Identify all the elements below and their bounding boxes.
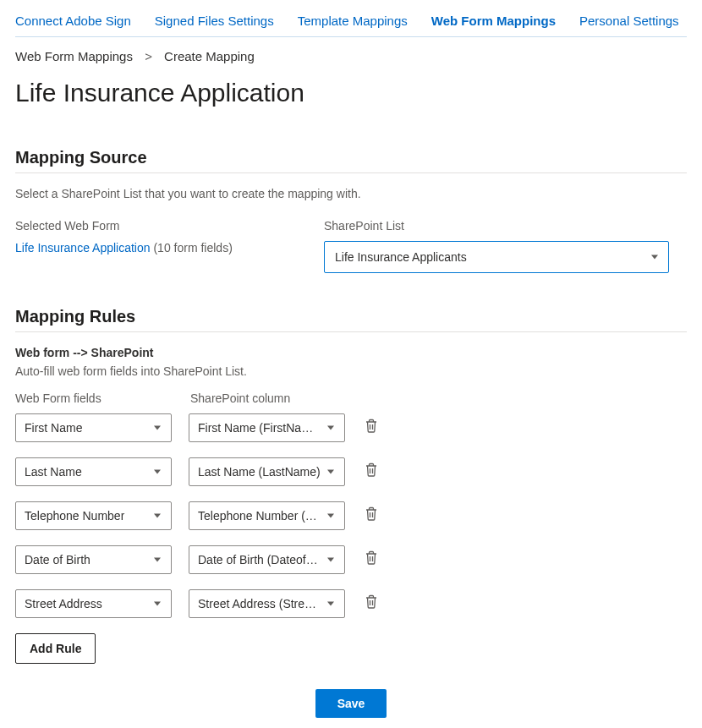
trash-icon (365, 594, 378, 613)
delete-rule-button[interactable] (362, 419, 381, 437)
chevron-down-icon (327, 558, 334, 562)
chevron-down-icon (154, 514, 161, 518)
breadcrumb: Web Form Mappings > Create Mapping (15, 49, 687, 63)
web-form-field-select[interactable]: Date of Birth (15, 545, 172, 574)
trash-icon (365, 419, 378, 437)
web-form-field-value: Telephone Number (25, 509, 124, 523)
sharepoint-column-value: Date of Birth (DateofBirth) (198, 553, 321, 567)
tab-connect-adobe-sign[interactable]: Connect Adobe Sign (15, 14, 131, 28)
chevron-down-icon (327, 602, 334, 606)
chevron-down-icon (327, 470, 334, 474)
delete-rule-button[interactable] (362, 463, 381, 481)
selected-web-form-label: Selected Web Form (15, 219, 290, 233)
chevron-down-icon (651, 255, 658, 260)
sharepoint-column-value: First Name (FirstName) (198, 421, 321, 435)
delete-rule-button[interactable] (362, 550, 381, 569)
rule-row: Telephone NumberTelephone Number (Tele… (15, 501, 687, 530)
web-form-field-value: Last Name (25, 465, 82, 479)
sharepoint-column-select[interactable]: Last Name (LastName) (189, 457, 345, 486)
divider (15, 172, 687, 173)
sharepoint-list-value: Life Insurance Applicants (335, 250, 467, 264)
web-form-field-select[interactable]: Street Address (15, 589, 172, 618)
rule-row: Last NameLast Name (LastName) (15, 457, 687, 486)
sharepoint-column-select[interactable]: Street Address (StreetAd… (189, 589, 345, 618)
sharepoint-column-value: Telephone Number (Tele… (198, 509, 321, 523)
rule-row: Street AddressStreet Address (StreetAd… (15, 589, 687, 618)
sharepoint-column-value: Last Name (LastName) (198, 465, 321, 479)
chevron-down-icon (154, 470, 161, 474)
web-form-field-select[interactable]: First Name (15, 413, 172, 442)
mapping-rules-heading: Mapping Rules (15, 307, 687, 326)
page-title: Life Insurance Application (15, 79, 687, 107)
rule-row: First NameFirst Name (FirstName) (15, 413, 687, 442)
chevron-down-icon (327, 514, 334, 518)
divider (15, 331, 687, 332)
breadcrumb-current: Create Mapping (164, 49, 255, 63)
sharepoint-column-select[interactable]: First Name (FirstName) (189, 413, 345, 442)
tab-template-mappings[interactable]: Template Mappings (298, 14, 408, 28)
sharepoint-column-select[interactable]: Telephone Number (Tele… (189, 501, 345, 530)
breadcrumb-separator: > (145, 49, 152, 63)
rule-row: Date of BirthDate of Birth (DateofBirth) (15, 545, 687, 574)
breadcrumb-root[interactable]: Web Form Mappings (15, 49, 133, 63)
selected-web-form-value: Life Insurance Application (10 form fiel… (15, 241, 290, 255)
mapping-source-heading: Mapping Source (15, 148, 687, 167)
web-form-field-select[interactable]: Last Name (15, 457, 172, 486)
web-form-field-value: First Name (25, 421, 82, 435)
col-header-webform: Web Form fields (15, 391, 172, 405)
tab-web-form-mappings[interactable]: Web Form Mappings (431, 14, 556, 28)
col-header-sharepoint: SharePoint column (190, 391, 290, 405)
rules-list: First NameFirst Name (FirstName)Last Nam… (15, 413, 687, 618)
delete-rule-button[interactable] (362, 506, 381, 525)
web-form-link[interactable]: Life Insurance Application (15, 241, 151, 255)
trash-icon (365, 550, 378, 569)
mapping-rules-subheading: Web form --> SharePoint (15, 346, 687, 359)
add-rule-button[interactable]: Add Rule (15, 633, 96, 664)
tab-signed-files-settings[interactable]: Signed Files Settings (155, 14, 274, 28)
trash-icon (365, 506, 378, 525)
chevron-down-icon (154, 426, 161, 430)
mapping-source-desc: Select a SharePoint List that you want t… (15, 187, 687, 200)
web-form-field-value: Date of Birth (25, 553, 90, 567)
sharepoint-list-select[interactable]: Life Insurance Applicants (324, 241, 669, 273)
web-form-field-select[interactable]: Telephone Number (15, 501, 172, 530)
tab-personal-settings[interactable]: Personal Settings (579, 14, 679, 28)
mapping-rules-desc: Auto-fill web form fields into SharePoin… (15, 364, 687, 378)
sharepoint-column-select[interactable]: Date of Birth (DateofBirth) (189, 545, 345, 574)
web-form-field-count: (10 form fields) (153, 241, 232, 255)
delete-rule-button[interactable] (362, 594, 381, 613)
chevron-down-icon (154, 602, 161, 606)
trash-icon (365, 463, 378, 481)
tabs-nav: Connect Adobe Sign Signed Files Settings… (15, 14, 687, 37)
save-button[interactable]: Save (315, 689, 387, 718)
chevron-down-icon (154, 558, 161, 562)
web-form-field-value: Street Address (25, 597, 102, 610)
sharepoint-column-value: Street Address (StreetAd… (198, 597, 321, 610)
sharepoint-list-label: SharePoint List (324, 219, 669, 233)
rule-column-headers: Web Form fields SharePoint column (15, 391, 687, 405)
chevron-down-icon (327, 426, 334, 430)
